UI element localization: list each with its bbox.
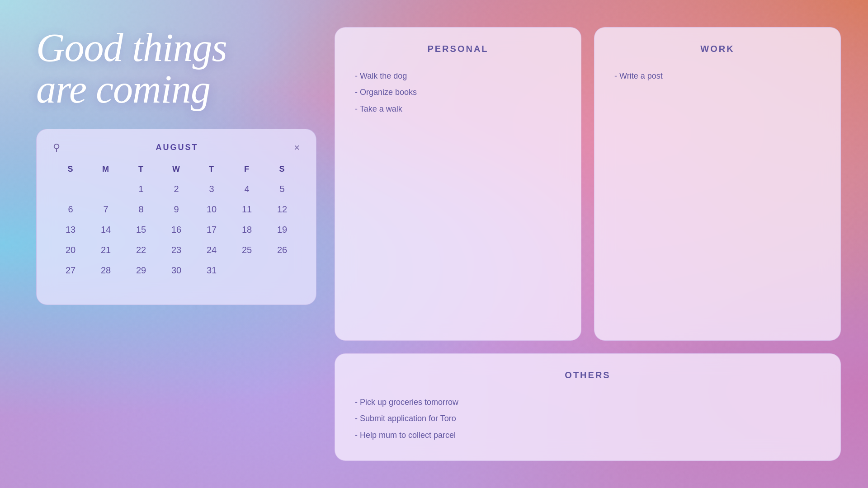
left-panel: Good things are coming ⚲ AUGUST × S M T …: [36, 27, 316, 461]
work-card-title: WORK: [614, 44, 821, 54]
day-header-f: F: [229, 164, 264, 174]
day-cell[interactable]: 6: [53, 202, 88, 217]
day-cell[interactable]: 3: [194, 181, 229, 197]
task-item: - Pick up groceries tomorrow: [355, 395, 821, 409]
day-cell: [53, 181, 88, 197]
day-cell[interactable]: 19: [264, 222, 300, 238]
calendar-month: AUGUST: [156, 143, 198, 152]
day-cell[interactable]: 10: [194, 202, 229, 217]
day-cell[interactable]: 31: [194, 263, 229, 278]
day-cell[interactable]: 22: [123, 242, 159, 258]
day-cell[interactable]: 5: [264, 181, 300, 197]
day-cell[interactable]: 24: [194, 242, 229, 258]
day-header-s2: S: [264, 164, 300, 174]
day-cell[interactable]: 12: [264, 202, 300, 217]
day-cell[interactable]: 25: [229, 242, 264, 258]
day-headers: S M T W T F S: [53, 164, 300, 174]
task-item: - Walk the dog: [355, 69, 561, 83]
work-tasks: - Write a post: [614, 69, 821, 83]
task-item: - Write a post: [614, 69, 821, 83]
day-cell: [229, 263, 264, 278]
day-cell[interactable]: 4: [229, 181, 264, 197]
day-header-s1: S: [53, 164, 88, 174]
task-item: - Submit application for Toro: [355, 411, 821, 426]
day-cell[interactable]: 21: [88, 242, 123, 258]
close-button[interactable]: ×: [294, 143, 300, 153]
personal-tasks: - Walk the dog- Organize books- Take a w…: [355, 69, 561, 116]
search-icon[interactable]: ⚲: [53, 142, 60, 154]
day-cell[interactable]: 23: [159, 242, 194, 258]
day-cell[interactable]: 8: [123, 202, 159, 217]
calendar-grid: S M T W T F S 12345678910111213141516171…: [53, 164, 300, 288]
right-panel: PERSONAL - Walk the dog- Organize books-…: [335, 27, 841, 461]
work-card: WORK - Write a post: [594, 27, 841, 341]
day-cell[interactable]: 17: [194, 222, 229, 238]
days-grid: 1234567891011121314151617181920212223242…: [53, 181, 300, 288]
day-cell[interactable]: 29: [123, 263, 159, 278]
calendar-widget: ⚲ AUGUST × S M T W T F S 123456789101112…: [36, 129, 316, 305]
day-cell[interactable]: 1: [123, 181, 159, 197]
day-cell[interactable]: 2: [159, 181, 194, 197]
day-cell[interactable]: 16: [159, 222, 194, 238]
others-card-title: OTHERS: [355, 370, 821, 380]
day-cell[interactable]: 15: [123, 222, 159, 238]
personal-card-title: PERSONAL: [355, 44, 561, 54]
day-header-m: M: [88, 164, 123, 174]
day-header-t1: T: [123, 164, 159, 174]
day-cell[interactable]: 28: [88, 263, 123, 278]
day-cell[interactable]: 27: [53, 263, 88, 278]
day-cell[interactable]: 9: [159, 202, 194, 217]
calendar-header: ⚲ AUGUST ×: [53, 142, 300, 154]
day-cell[interactable]: 14: [88, 222, 123, 238]
day-cell: [53, 283, 88, 288]
day-cell[interactable]: 20: [53, 242, 88, 258]
personal-card: PERSONAL - Walk the dog- Organize books-…: [335, 27, 581, 341]
day-cell[interactable]: 13: [53, 222, 88, 238]
task-item: - Help mum to collect parcel: [355, 428, 821, 442]
hero-text: Good things are coming: [36, 27, 316, 111]
task-item: - Take a walk: [355, 102, 561, 116]
day-cell[interactable]: 18: [229, 222, 264, 238]
others-card: OTHERS - Pick up groceries tomorrow- Sub…: [335, 353, 841, 461]
day-cell: [264, 263, 300, 278]
day-cell[interactable]: 30: [159, 263, 194, 278]
task-item: - Organize books: [355, 85, 561, 99]
day-cell[interactable]: 7: [88, 202, 123, 217]
day-cell: [88, 181, 123, 197]
day-cell[interactable]: 11: [229, 202, 264, 217]
hero-line2: are coming: [36, 67, 210, 111]
day-header-w: W: [159, 164, 194, 174]
others-tasks: - Pick up groceries tomorrow- Submit app…: [355, 395, 821, 442]
hero-line1: Good things: [36, 26, 227, 70]
day-cell[interactable]: 26: [264, 242, 300, 258]
top-cards: PERSONAL - Walk the dog- Organize books-…: [335, 27, 841, 341]
day-header-t2: T: [194, 164, 229, 174]
